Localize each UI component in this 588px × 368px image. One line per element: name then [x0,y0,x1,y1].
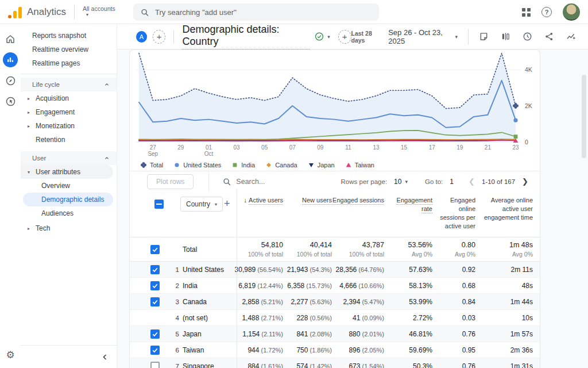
reports-icon[interactable] [0,49,21,70]
admin-gear-icon[interactable]: ⚙ [0,346,21,363]
table-row[interactable]: 6Taiwan944 (1.72%)750 (1.86%)896 (2.05%)… [130,342,540,358]
home-icon[interactable] [0,29,21,49]
legend-item[interactable]: Japan [308,162,335,168]
rows-per-page-select[interactable]: 10 [394,178,401,186]
sort-desc-icon: ↓ [244,197,247,204]
column-header[interactable]: Engagement rate [384,196,432,230]
row-number: 7 [168,363,183,368]
table-row[interactable]: 2India6,819 (12.44%)6,358 (15.73%)4,666 … [130,278,540,294]
metric-cell: 59.69% [384,346,432,354]
row-checkbox[interactable] [150,297,160,306]
column-header[interactable]: New users [283,196,332,230]
svg-text:19: 19 [457,144,463,151]
sidebar-item-demographic-details[interactable]: Demographic details [23,193,113,206]
date-range-picker[interactable]: Sep 26 - Oct 23, 2025 [388,28,451,45]
report-avatar[interactable]: A [136,31,147,43]
add-collaborator-button[interactable]: + [153,30,166,44]
add-note-icon[interactable] [475,29,492,45]
legend-item[interactable]: United States [173,162,221,168]
country-cell: Taiwan [183,346,226,354]
table-search-input[interactable] [236,178,322,186]
total-checkbox[interactable] [150,245,160,254]
sidebar-item-retention[interactable]: Retention [21,133,117,147]
legend-item[interactable]: Taiwan [345,162,374,168]
row-checkbox[interactable] [150,281,160,290]
sidenav-footer [21,345,117,368]
date-caret-icon: ▾ [455,34,458,40]
global-search[interactable] [133,3,379,21]
sidebar-item-acquisition[interactable]: ▸Acquisition [21,91,117,105]
explore-icon[interactable] [0,70,21,91]
vertical-scrollbar[interactable] [582,75,586,158]
metric-headers: ↓Active usersNew usersEngaged sessionsEn… [226,196,533,230]
sidebar-item-tech[interactable]: ▸Tech [21,221,117,235]
sidebar-item-overview[interactable]: Overview [21,179,117,193]
svg-text:27: 27 [150,144,157,151]
table-row[interactable]: 4(not set)1,488 (2.71%)228 (0.56%)41 (0.… [130,310,540,326]
total-metric-cell: 0.80Avg 0% [432,241,475,258]
trend-chart[interactable]: 02K4K27Sep2901Oct0305070911131517192123 [130,50,540,157]
apps-grid-icon[interactable] [522,8,531,17]
report-title[interactable]: Demographic details: Country [182,24,310,49]
column-header[interactable]: Average online active user engagement ti… [475,196,533,230]
column-header[interactable]: Engaged sessions [332,196,384,230]
legend-item[interactable]: Total [140,162,163,168]
dimension-select[interactable]: Country ▾ [180,197,223,212]
table-row[interactable]: 7Singapore884 (1.61%)574 (1.42%)673 (1.5… [130,358,540,368]
clock-icon[interactable] [519,29,535,45]
global-search-input[interactable] [155,8,372,17]
section-user[interactable]: User [21,151,117,165]
sidebar-item-engagement[interactable]: ▸Engagement [21,105,117,119]
advertising-icon[interactable] [0,91,21,112]
metric-cell: 0.76 [432,362,475,368]
chevron-up-icon [104,82,110,87]
table-search[interactable] [223,178,322,186]
row-number: 2 [168,282,183,289]
plot-rows-button[interactable]: Plot rows [147,174,194,189]
share-icon[interactable] [541,29,557,45]
metric-cell: 6,819 (12.44%) [226,282,283,290]
help-icon[interactable]: ? [541,7,552,17]
table-row[interactable]: 1United States30,989 (56.54%)21,943 (54.… [130,262,540,278]
insights-icon[interactable] [563,29,579,45]
sidebar-item-monetization[interactable]: ▸Monetization [21,119,117,133]
sidebar-item-reports-snapshot[interactable]: Reports snapshot [21,29,117,43]
account-switcher[interactable]: All accounts ▾ [83,6,115,17]
add-comparison-button[interactable]: + [338,30,351,44]
user-avatar[interactable] [563,3,580,21]
collapse-nav-icon[interactable] [102,354,109,361]
row-checkbox[interactable] [150,362,160,368]
total-metric-cell: 53.56%Avg 0% [384,241,432,258]
goto-input[interactable]: 1 [450,178,454,186]
prev-page-icon[interactable]: ❮ [466,177,477,186]
table-row[interactable]: 3Canada2,858 (5.21%)2,277 (5.63%)2,394 (… [130,294,540,310]
table-body: 1United States30,989 (56.54%)21,943 (54.… [130,262,540,368]
analytics-logo[interactable]: Analytics [0,6,66,18]
legend-item[interactable]: India [231,162,255,168]
svg-text:Sep: Sep [148,151,158,157]
comparison-icon[interactable] [497,29,513,45]
row-checkbox[interactable] [150,265,160,274]
row-checkbox[interactable] [150,329,160,339]
next-page-icon[interactable]: ❯ [520,177,531,186]
sidebar-item-realtime-overview[interactable]: Realtime overview [21,43,117,56]
metric-cell: 57.63% [384,266,432,274]
metric-cell: 0.76 [432,330,475,338]
sidebar-item-audiences[interactable]: Audiences [21,206,117,220]
country-cell: United States [183,266,226,274]
logo-dot [8,15,11,18]
svg-text:0: 0 [525,139,528,145]
legend-item[interactable]: Canada [265,162,297,168]
column-header[interactable]: ↓Active users [226,196,283,230]
sidebar-item-user-attributes[interactable]: ▾User attributes [21,165,113,179]
sidebar-item-realtime-pages[interactable]: Realtime pages [21,56,117,70]
table-row[interactable]: 5Japan1,154 (2.11%)841 (2.08%)880 (2.01%… [130,326,540,342]
table-header-row: Country ▾ + ↓Active usersNew usersEngage… [130,191,540,237]
metric-cell: 1m 44s [475,298,533,306]
expand-arrow-icon: ▸ [28,96,36,101]
row-checkbox[interactable] [150,346,160,355]
title-menu-caret[interactable]: ▾ [327,34,330,40]
column-header[interactable]: Engaged online sessions per active user [432,196,475,230]
section-life-cycle[interactable]: Life cycle [21,78,117,91]
select-all-checkbox[interactable] [154,200,164,209]
